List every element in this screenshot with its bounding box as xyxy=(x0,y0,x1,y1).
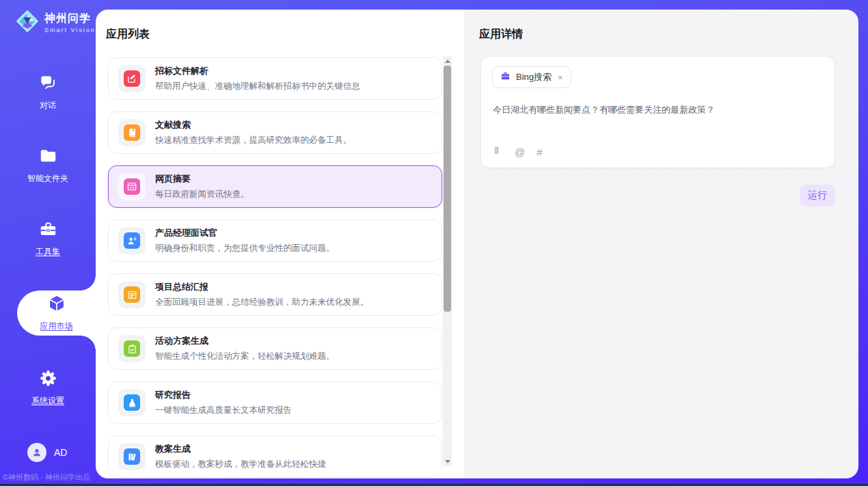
app-icon-tile xyxy=(118,281,146,308)
app-card-activity-plan[interactable]: 活动方案生成 智能生成个性化活动方案，轻松解决规划难题。 xyxy=(108,327,442,370)
diamond-logo-icon xyxy=(15,9,40,36)
app-icon-tile xyxy=(118,443,146,470)
app-detail-title: 应用详情 xyxy=(479,27,523,42)
briefcase-icon xyxy=(500,71,511,84)
books-icon xyxy=(124,448,140,465)
user-initials: AD xyxy=(54,447,67,458)
sidebar-item-label: 对话 xyxy=(40,100,56,111)
app-title: 文献搜索 xyxy=(155,119,352,131)
scrollbar-down-arrow[interactable] xyxy=(443,457,452,466)
app-list-panel: 应用列表 招标文件解析 帮助用户快速、准确地理解和解析招标书中的关键信 xyxy=(96,10,465,478)
code-window-icon xyxy=(124,178,140,195)
hash-tag-icon[interactable]: # xyxy=(537,146,542,158)
app-card-project-summary[interactable]: 项目总结汇报 全面回顾项目进展，总结经验教训，助力未来优化发展。 xyxy=(108,273,442,316)
app-title: 招标文件解析 xyxy=(155,65,360,77)
main-content: 应用列表 招标文件解析 帮助用户快速、准确地理解和解析招标书中的关键信 xyxy=(96,10,858,478)
sidebar-item-toolset[interactable]: 工具集 xyxy=(0,217,96,260)
app-title: 活动方案生成 xyxy=(155,335,335,347)
interviewer-icon xyxy=(124,232,140,249)
sidebar-item-settings[interactable]: 系统设置 xyxy=(0,366,96,409)
chat-icon xyxy=(39,74,57,95)
app-title: 产品经理面试官 xyxy=(155,227,335,239)
app-window: 神州问学 Smart Vision 对话 xyxy=(0,0,868,488)
sidebar-item-label: 智能文件夹 xyxy=(27,173,68,185)
tool-chip-bing-search[interactable]: Bing搜索 × xyxy=(492,66,571,88)
toolbox-icon xyxy=(39,220,57,241)
app-card-bid-analysis[interactable]: 招标文件解析 帮助用户快速、准确地理解和解析招标书中的关键信息 xyxy=(108,57,442,100)
app-icon-tile xyxy=(118,335,146,362)
app-card-literature-search[interactable]: 文献搜索 快速精准查找学术资源，提高研究效率的必备工具。 xyxy=(108,111,442,154)
sidebar-item-label: 应用市场 xyxy=(40,321,73,332)
app-list-title: 应用列表 xyxy=(106,27,150,42)
app-icon-tile xyxy=(118,227,146,254)
sidebar-item-label: 系统设置 xyxy=(31,395,64,407)
folder-icon xyxy=(39,147,57,168)
run-button[interactable]: 运行 xyxy=(800,185,835,206)
at-mention-icon[interactable]: @ xyxy=(515,146,525,158)
app-desc: 一键智能生成高质量长文本研究报告 xyxy=(155,405,292,416)
gear-icon xyxy=(39,369,57,390)
app-card-list: 招标文件解析 帮助用户快速、准确地理解和解析招标书中的关键信息 xyxy=(108,57,442,478)
ink-bottle-icon xyxy=(124,394,140,411)
sidebar-item-label: 工具集 xyxy=(36,246,60,258)
app-card-research-report[interactable]: 研究报告 一键智能生成高质量长文本研究报告 xyxy=(108,381,442,424)
app-desc: 全面回顾项目进展，总结经验教训，助力未来优化发展。 xyxy=(155,297,369,308)
app-title: 网页摘要 xyxy=(155,173,249,185)
sidebar-nav: 对话 智能文件夹 xyxy=(0,71,96,439)
editor-toolbar: @ # xyxy=(493,145,543,159)
app-desc: 帮助用户快速、准确地理解和解析招标书中的关键信息 xyxy=(155,81,360,92)
clipboard-check-icon xyxy=(124,340,140,357)
app-desc: 每日政府新闻资讯快查。 xyxy=(155,189,249,200)
sidebar-item-app-market[interactable]: 应用市场 xyxy=(17,290,96,336)
tool-chip-label: Bing搜索 xyxy=(516,71,552,83)
brand-logo: 神州问学 Smart Vision xyxy=(15,9,96,36)
query-editor-card[interactable]: Bing搜索 × 今日湖北有哪些新闻要点？有哪些需要关注的最新政策？ @ # xyxy=(480,56,835,168)
sidebar: 神州问学 Smart Vision 对话 xyxy=(0,0,96,488)
scrollbar-thumb[interactable] xyxy=(444,66,451,312)
chip-close-icon[interactable]: × xyxy=(557,72,564,83)
app-card-web-summary[interactable]: 网页摘要 每日政府新闻资讯快查。 xyxy=(108,165,442,208)
app-desc: 模板驱动，教案秒成，教学准备从此轻松快捷 xyxy=(155,459,326,470)
brand-name: 神州问学 xyxy=(44,12,96,26)
app-desc: 明确身份和职责，为您提供专业性的面试问题。 xyxy=(155,243,335,254)
app-desc: 智能生成个性化活动方案，轻松解决规划难题。 xyxy=(155,351,335,362)
app-title: 项目总结汇报 xyxy=(155,281,369,293)
app-title: 研究报告 xyxy=(155,389,292,401)
app-desc: 快速精准查找学术资源，提高研究效率的必备工具。 xyxy=(155,135,352,146)
app-icon-tile xyxy=(118,389,146,416)
edit-document-icon xyxy=(124,70,140,87)
user-profile[interactable]: AD xyxy=(27,443,67,462)
cube-icon xyxy=(47,294,66,316)
brand-subtitle: Smart Vision xyxy=(44,27,96,33)
scrollbar-up-arrow[interactable] xyxy=(443,56,452,66)
paperclip-icon[interactable] xyxy=(493,145,503,159)
app-icon-tile xyxy=(118,119,146,146)
scrollbar[interactable] xyxy=(443,56,452,466)
app-icon-tile xyxy=(118,65,146,92)
sidebar-item-chat[interactable]: 对话 xyxy=(0,71,96,113)
query-text[interactable]: 今日湖北有哪些新闻要点？有哪些需要关注的最新政策？ xyxy=(493,103,823,117)
book-icon xyxy=(124,124,140,141)
app-title: 教案生成 xyxy=(155,443,326,455)
avatar xyxy=(27,443,46,462)
sidebar-item-smart-folder[interactable]: 智能文件夹 xyxy=(0,144,96,187)
app-detail-panel: 应用详情 Bing搜索 × 今日湖北有哪些新闻要点？有哪些需要关注的最新政策？ xyxy=(465,10,858,478)
app-card-lesson-plan[interactable]: 教案生成 模板驱动，教案秒成，教学准备从此轻松快捷 xyxy=(108,435,442,478)
app-icon-tile xyxy=(118,173,146,200)
copyright-footer: ©神州数码 · 神州问学出品 xyxy=(3,472,90,483)
note-icon xyxy=(124,286,140,303)
app-card-pm-interviewer[interactable]: 产品经理面试官 明确身份和职责，为您提供专业性的面试问题。 xyxy=(108,219,442,262)
